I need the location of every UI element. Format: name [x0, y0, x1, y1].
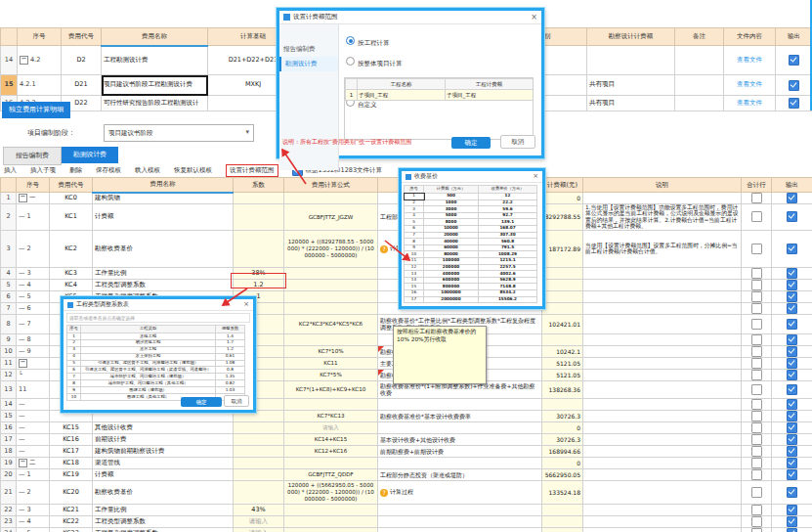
- unchecked-checkbox[interactable]: [751, 244, 762, 254]
- checked-checkbox[interactable]: [787, 358, 797, 369]
- toolbar-item-0[interactable]: 插入: [4, 166, 17, 175]
- table-row[interactable]: 21— 2KC20勘察收费基价120000 + ((5662950.05 - 5…: [1, 480, 812, 504]
- coefficient-cell[interactable]: [234, 457, 284, 468]
- close-icon[interactable]: ×: [243, 301, 249, 308]
- table-row[interactable]: 20— 1KC19计费额GCBFJTTZ_QDDF工程部分静态投资（渠道或堤防）…: [1, 468, 812, 480]
- fee-name[interactable]: 勘察收费基价: [93, 480, 234, 504]
- formula-cell[interactable]: KC7*5%: [284, 369, 378, 380]
- collapse-icon[interactable]: −: [19, 194, 27, 202]
- price-row[interactable]: 1610000008534.2: [405, 289, 537, 296]
- checked-checkbox[interactable]: [787, 516, 797, 527]
- unchecked-checkbox[interactable]: [751, 528, 762, 532]
- checked-checkbox[interactable]: [787, 411, 797, 421]
- table-row[interactable]: 23— 4KC22工程类型调整系数请输入: [1, 515, 812, 527]
- set-fee-scope-button[interactable]: 设置计费额范围: [226, 164, 278, 177]
- checked-checkbox[interactable]: [787, 346, 797, 357]
- formula-cell[interactable]: KC7*(1+KC8)+KC9+KC10: [284, 380, 378, 398]
- formula-cell[interactable]: [284, 290, 378, 302]
- project-type-row[interactable]: 8城市防护工程、河口整治工程（其他工程）0.82: [67, 380, 245, 387]
- formula-cell[interactable]: [284, 515, 378, 527]
- unchecked-checkbox[interactable]: [751, 458, 762, 468]
- formula-cell[interactable]: GCBFJTTZ_QDDF: [284, 468, 378, 480]
- price-row[interactable]: 610000168.07: [405, 225, 537, 232]
- table-row[interactable]: 16—KC15其他设计收费请输入0: [1, 421, 812, 433]
- table-row[interactable]: 18—KC17建构筑物前期勘察设计费KC12+KC16前期勘察费+前期设计费16…: [1, 445, 812, 457]
- coefficient-cell[interactable]: [234, 468, 284, 480]
- view-file-link[interactable]: 查看文件: [737, 56, 762, 64]
- fee-name[interactable]: 前期设计费: [93, 433, 234, 445]
- coefficient-cell[interactable]: [234, 204, 284, 231]
- project-type-row[interactable]: 1水电工程1.4: [67, 333, 245, 340]
- formula-cell[interactable]: KC7*10%: [284, 345, 378, 357]
- fee-name[interactable]: 工作量比例: [93, 267, 234, 279]
- checked-checkbox[interactable]: [787, 487, 797, 498]
- checked-checkbox[interactable]: [789, 80, 799, 91]
- project-type-row[interactable]: 4水土保持工程0.61: [67, 353, 245, 360]
- view-file-link[interactable]: 查看文件: [737, 80, 762, 88]
- formula-cell[interactable]: [284, 457, 378, 468]
- price-row[interactable]: 10800001008.29: [405, 251, 537, 258]
- project-type-row[interactable]: 5引调水工程、灌区骨干工程、河湖整治工程（建筑物）1.08: [67, 360, 245, 367]
- fee-name[interactable]: 建构筑物前期勘察设计费: [93, 445, 234, 457]
- checked-checkbox[interactable]: [787, 334, 797, 345]
- checked-checkbox[interactable]: [787, 528, 797, 532]
- coefficient-cell[interactable]: [234, 230, 284, 267]
- scope-nav-item-0[interactable]: 报告编制费: [279, 42, 338, 57]
- radio-icon[interactable]: [346, 57, 355, 66]
- unchecked-checkbox[interactable]: [751, 193, 762, 203]
- coefficient-cell[interactable]: [234, 433, 284, 445]
- scope-radio-0[interactable]: 按工程计算: [346, 30, 497, 49]
- project-type-row[interactable]: 2潮汐发电工程1.7: [67, 339, 245, 346]
- checked-checkbox[interactable]: [789, 98, 799, 109]
- formula-cell[interactable]: GCBFJTTZ_JGZW: [284, 204, 378, 231]
- price-row[interactable]: 3300059.6: [405, 206, 537, 213]
- project-type-ok-button[interactable]: 确定: [181, 397, 222, 407]
- checked-checkbox[interactable]: [787, 193, 797, 203]
- unchecked-checkbox[interactable]: [751, 487, 762, 498]
- fee-name[interactable]: 计费额: [93, 468, 234, 480]
- unchecked-checkbox[interactable]: [751, 211, 762, 222]
- checked-checkbox[interactable]: [787, 211, 797, 222]
- unchecked-checkbox[interactable]: [751, 446, 762, 457]
- price-row[interactable]: 2100022.2: [405, 200, 537, 206]
- toolbar-item-4[interactable]: 载入模板: [135, 166, 160, 175]
- fee-name[interactable]: 工程勘测设计费: [102, 46, 208, 75]
- table-row[interactable]: 22— 3KC21工作量比例43%: [1, 504, 812, 515]
- stage-dropdown[interactable]: 项目建议书阶段 ▾: [104, 124, 254, 142]
- checked-checkbox[interactable]: [787, 458, 797, 468]
- formula-cell[interactable]: KC11: [284, 357, 378, 369]
- price-row[interactable]: 134000004002.6: [405, 271, 537, 278]
- formula-cell[interactable]: [284, 302, 378, 314]
- table-row[interactable]: 19−二KC18渠道管线0: [1, 457, 812, 468]
- formula-cell[interactable]: KC12+KC16: [284, 445, 378, 457]
- coefficient-cell[interactable]: [234, 480, 284, 504]
- formula-cell[interactable]: [284, 193, 378, 204]
- formula-cell[interactable]: KC7*KC13: [284, 410, 378, 421]
- formula-cell[interactable]: 120000 + ((8292788.55 - 5000000) * (2220…: [284, 230, 378, 267]
- unchecked-checkbox[interactable]: [751, 384, 762, 395]
- scope-nav-item-1[interactable]: 勘测设计费: [279, 57, 338, 71]
- table-row[interactable]: 17—KC16前期设计费KC14+KC15基本设计收费+其他设计收费30726.…: [1, 433, 812, 445]
- price-row[interactable]: 111000001215.1: [405, 257, 537, 264]
- close-icon[interactable]: ×: [533, 173, 538, 180]
- toolbar-item-2[interactable]: 删除: [69, 166, 82, 175]
- price-row[interactable]: 840000560.8: [405, 239, 537, 245]
- collapse-icon[interactable]: −: [19, 359, 27, 368]
- checked-checkbox[interactable]: [787, 280, 797, 290]
- formula-cell[interactable]: [284, 267, 378, 279]
- unchecked-checkbox[interactable]: [751, 422, 762, 433]
- unchecked-checkbox[interactable]: [751, 303, 762, 314]
- unchecked-checkbox[interactable]: [751, 370, 762, 380]
- coefficient-cell[interactable]: 请输入: [234, 527, 284, 532]
- price-row[interactable]: 158000007148.8: [405, 284, 537, 290]
- price-row[interactable]: 150012: [405, 194, 537, 200]
- unchecked-checkbox[interactable]: [751, 334, 762, 345]
- price-row[interactable]: 146000005628.9: [405, 277, 537, 284]
- coefficient-cell[interactable]: [234, 193, 284, 204]
- unchecked-checkbox[interactable]: [751, 411, 762, 421]
- fee-name[interactable]: 其他设计收费: [93, 421, 234, 433]
- checked-checkbox[interactable]: [787, 370, 797, 380]
- toolbar-item-3[interactable]: 保存模板: [96, 166, 121, 175]
- fee-name[interactable]: 建构筑物: [93, 193, 234, 204]
- unchecked-checkbox[interactable]: [751, 399, 762, 410]
